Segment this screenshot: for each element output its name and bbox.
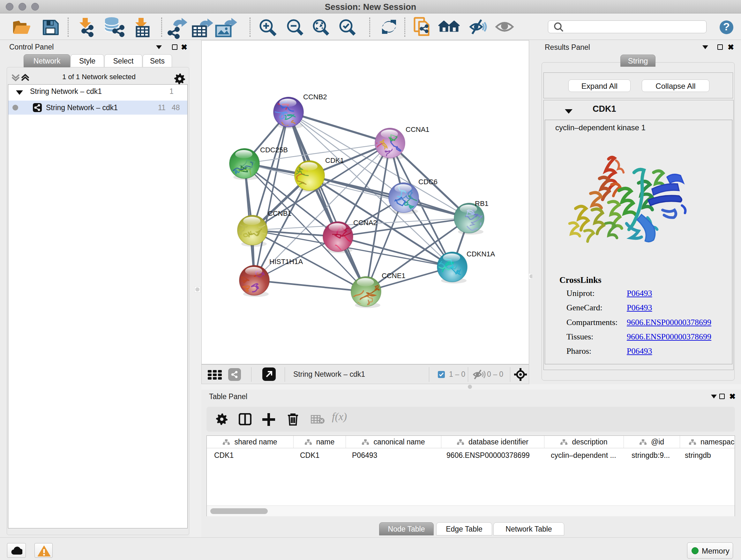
svg-text:CCNE1: CCNE1: [382, 272, 406, 280]
svg-text:?: ?: [723, 20, 730, 33]
svg-text:CDC6: CDC6: [418, 178, 437, 186]
svg-text:HIST1H1A: HIST1H1A: [269, 258, 303, 266]
svg-text:CCNB2: CCNB2: [303, 93, 327, 101]
svg-text:CCNA1: CCNA1: [406, 125, 429, 133]
svg-text:RB1: RB1: [475, 199, 488, 207]
svg-text:CCNA2: CCNA2: [353, 219, 377, 227]
svg-text:CDKN1A: CDKN1A: [467, 250, 495, 258]
svg-text:CDC25B: CDC25B: [260, 146, 288, 154]
svg-text:CCNB1: CCNB1: [268, 209, 292, 217]
svg-text:CDK1: CDK1: [325, 157, 344, 165]
